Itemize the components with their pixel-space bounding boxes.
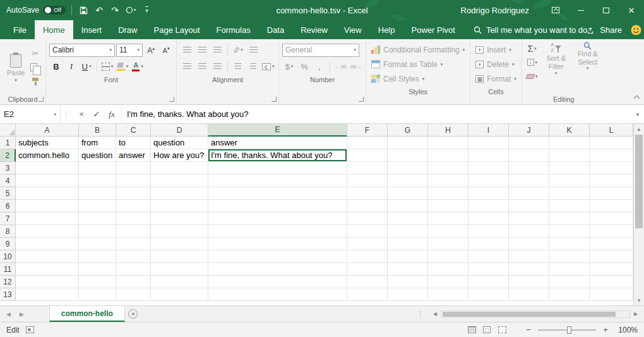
middle-align-button[interactable] — [195, 44, 209, 57]
scroll-up-arrow-icon[interactable]: ▲ — [634, 124, 644, 134]
cell-B5[interactable] — [79, 187, 116, 200]
cell-D3[interactable] — [151, 162, 208, 175]
row-header-8[interactable]: 8 — [0, 225, 16, 238]
user-name[interactable]: Rodrigo Rodriguez — [461, 6, 529, 15]
cell-G8[interactable] — [388, 225, 428, 238]
format-painter-button[interactable] — [28, 75, 42, 88]
cell-C6[interactable] — [116, 200, 151, 212]
zoom-in-button[interactable]: + — [601, 325, 610, 334]
cell-L8[interactable] — [590, 225, 633, 238]
wrap-text-button[interactable] — [246, 44, 260, 57]
row-header-6[interactable]: 6 — [0, 200, 16, 212]
cell-K12[interactable] — [549, 276, 590, 288]
cell-J7[interactable] — [509, 212, 549, 225]
cell-I4[interactable] — [468, 175, 509, 187]
cell-A1[interactable]: subjects — [16, 137, 79, 149]
cell-A9[interactable] — [16, 238, 79, 250]
cell-I3[interactable] — [468, 162, 509, 175]
name-box[interactable]: E2 ▾ — [0, 105, 61, 123]
cell-D1[interactable]: question — [151, 137, 208, 149]
undo-button[interactable]: ↶ — [93, 3, 105, 17]
align-center-button[interactable] — [195, 60, 209, 73]
cell-D2[interactable]: How are you? — [151, 149, 208, 162]
cell-K2[interactable] — [549, 149, 590, 162]
vertical-scroll-thumb[interactable] — [635, 135, 643, 228]
column-header-C[interactable]: C — [116, 124, 151, 137]
next-sheet-arrow-icon[interactable]: ▶ — [20, 311, 24, 317]
cell-C2[interactable]: answer — [116, 149, 151, 162]
column-header-J[interactable]: J — [509, 124, 549, 137]
decrease-decimal-button[interactable]: .00→ — [349, 60, 362, 73]
cell-F8[interactable] — [347, 225, 388, 238]
number-format-combo[interactable]: General▾ — [282, 44, 359, 57]
cell-C9[interactable] — [116, 238, 151, 250]
tab-draw[interactable]: Draw — [110, 20, 145, 39]
cell-B12[interactable] — [79, 276, 116, 288]
cell-C7[interactable] — [116, 212, 151, 225]
cut-button[interactable]: ✂ — [28, 47, 42, 60]
cell-E5[interactable] — [208, 187, 347, 200]
cell-B10[interactable] — [79, 250, 116, 263]
italic-button[interactable]: I — [64, 60, 78, 73]
cell-A11[interactable] — [16, 263, 79, 276]
clipboard-dialog-launcher[interactable] — [39, 97, 44, 102]
cell-G12[interactable] — [388, 276, 428, 288]
autosum-button[interactable]: Σ▾ — [525, 42, 539, 55]
cell-F1[interactable] — [347, 137, 388, 149]
cell-E2[interactable]: I'm fine, thanks. What about you? — [208, 149, 347, 162]
cell-I5[interactable] — [468, 187, 509, 200]
cancel-button[interactable]: × — [75, 107, 88, 121]
cell-B2[interactable]: question — [79, 149, 116, 162]
cell-C8[interactable] — [116, 225, 151, 238]
percent-style-button[interactable]: % — [297, 60, 311, 73]
cell-K1[interactable] — [549, 137, 590, 149]
cell-C11[interactable] — [116, 263, 151, 276]
cell-H5[interactable] — [428, 187, 468, 200]
row-header-10[interactable]: 10 — [0, 250, 16, 263]
cell-H7[interactable] — [428, 212, 468, 225]
cell-C1[interactable]: to — [116, 137, 151, 149]
column-header-G[interactable]: G — [388, 124, 428, 137]
fill-button[interactable]: ↓▾ — [525, 56, 539, 69]
vertical-scroll-track[interactable] — [634, 134, 644, 295]
tab-view[interactable]: View — [336, 20, 370, 39]
font-name-combo[interactable]: Calibri▾ — [49, 44, 115, 57]
sheet-tab-active[interactable]: common-hello — [49, 306, 125, 322]
cell-D5[interactable] — [151, 187, 208, 200]
cell-G9[interactable] — [388, 238, 428, 250]
cell-styles-button[interactable]: Cell Styles▾ — [369, 71, 467, 86]
cell-I6[interactable] — [468, 200, 509, 212]
cell-A5[interactable] — [16, 187, 79, 200]
tab-power-pivot[interactable]: Power Pivot — [403, 20, 463, 39]
cell-H8[interactable] — [428, 225, 468, 238]
name-box-dropdown-icon[interactable]: ▾ — [54, 112, 56, 117]
cell-E8[interactable] — [208, 225, 347, 238]
fill-color-button[interactable]: ▾ — [116, 60, 129, 73]
cell-K6[interactable] — [549, 200, 590, 212]
tab-formulas[interactable]: Formulas — [208, 20, 259, 39]
cell-L9[interactable] — [590, 238, 633, 250]
cell-L13[interactable] — [590, 288, 633, 301]
cell-D11[interactable] — [151, 263, 208, 276]
merge-center-button[interactable]: ▾ — [261, 60, 275, 73]
cell-G5[interactable] — [388, 187, 428, 200]
cell-K5[interactable] — [549, 187, 590, 200]
sort-filter-button[interactable]: AZ Sort & Filter▾ — [542, 41, 571, 94]
expand-formula-bar-button[interactable]: ▾ — [631, 105, 644, 123]
zoom-slider-handle[interactable] — [567, 326, 571, 334]
cell-C12[interactable] — [116, 276, 151, 288]
cell-I11[interactable] — [468, 263, 509, 276]
cell-D13[interactable] — [151, 288, 208, 301]
cell-E9[interactable] — [208, 238, 347, 250]
cell-C13[interactable] — [116, 288, 151, 301]
cell-L12[interactable] — [590, 276, 633, 288]
previous-sheet-arrow-icon[interactable]: ◀ — [6, 311, 11, 317]
cell-L10[interactable] — [590, 250, 633, 263]
copy-button[interactable]: ▾ — [28, 61, 42, 74]
cell-L4[interactable] — [590, 175, 633, 187]
cell-J10[interactable] — [509, 250, 549, 263]
tab-review[interactable]: Review — [292, 20, 336, 39]
cell-E6[interactable] — [208, 200, 347, 212]
cell-J12[interactable] — [509, 276, 549, 288]
formula-input[interactable]: I'm fine, thanks. What about you? — [122, 105, 631, 123]
